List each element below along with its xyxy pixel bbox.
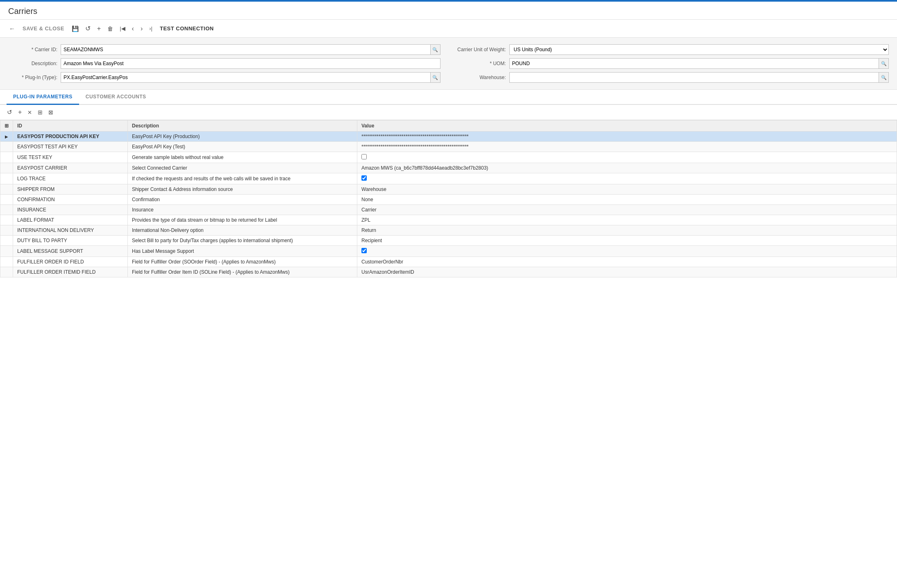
cell-value[interactable] <box>357 152 897 163</box>
table-row[interactable]: SHIPPER FROMShipper Contact & Address in… <box>0 184 897 195</box>
cell-id: DUTY BILL TO PARTY <box>13 236 128 246</box>
cell-id: LABEL MESSAGE SUPPORT <box>13 246 128 257</box>
table-row[interactable]: INSURANCEInsuranceCarrier <box>0 205 897 215</box>
tabs-bar: PLUG-IN PARAMETERS CUSTOMER ACCOUNTS <box>0 90 897 105</box>
tab-customer-accounts[interactable]: CUSTOMER ACCOUNTS <box>79 90 153 105</box>
cell-description: Field for Fulfiller Order (SOOrder Field… <box>128 257 357 267</box>
uom-input[interactable] <box>509 58 879 69</box>
table-row[interactable]: INTERNATIONAL NON DELIVERYInternational … <box>0 225 897 236</box>
page-title: Carriers <box>0 2 897 20</box>
plugin-type-search[interactable]: 🔍 <box>431 72 441 83</box>
first-button[interactable]: |◀ <box>117 24 127 33</box>
row-checkbox[interactable] <box>361 154 367 159</box>
table-row[interactable]: LABEL MESSAGE SUPPORTHas Label Message S… <box>0 246 897 257</box>
cell-id: USE TEST KEY <box>13 152 128 163</box>
undo-button[interactable]: ↺ <box>83 23 93 34</box>
cell-id: LOG TRACE <box>13 173 128 184</box>
carrier-id-label: * Carrier ID: <box>8 47 57 52</box>
col-header-id[interactable]: ID <box>13 120 128 132</box>
col-header-description[interactable]: Description <box>128 120 357 132</box>
table-row[interactable]: LABEL FORMATProvides the type of data st… <box>0 215 897 225</box>
cell-description: Field for Fulfiller Order Item ID (SOLin… <box>128 267 357 277</box>
cell-description: Insurance <box>128 205 357 215</box>
row-checkbox[interactable] <box>361 248 367 253</box>
cell-description: EasyPost API Key (Production) <box>128 132 357 142</box>
row-arrow: ▶ <box>0 132 13 142</box>
cell-description: If checked the requests and results of t… <box>128 173 357 184</box>
back-button[interactable]: ← <box>7 23 18 34</box>
cell-value: Amazon MWS (ca_b6c7bff878dd44aeadb28bc3e… <box>357 163 897 173</box>
table-row[interactable]: USE TEST KEYGenerate sample labels witho… <box>0 152 897 163</box>
warehouse-label: Warehouse: <box>457 75 506 80</box>
carrier-id-search[interactable]: 🔍 <box>431 44 441 55</box>
test-connection-button[interactable]: TEST CONNECTION <box>157 24 217 33</box>
delete-button[interactable]: 🗑 <box>105 24 116 34</box>
cell-value[interactable] <box>357 173 897 184</box>
warehouse-search[interactable]: 🔍 <box>879 72 889 83</box>
description-input[interactable] <box>61 58 441 69</box>
plugin-type-input[interactable] <box>61 72 431 83</box>
table-row[interactable]: DUTY BILL TO PARTYSelect Bill to party f… <box>0 236 897 246</box>
cell-value[interactable] <box>357 246 897 257</box>
save-icon-button[interactable]: 💾 <box>69 24 81 34</box>
cell-value: ZPL <box>357 215 897 225</box>
row-arrow <box>0 195 13 205</box>
data-grid-container: ⊞ ID Description Value ▶EASYPOST PRODUCT… <box>0 120 897 277</box>
table-row[interactable]: FULFILLER ORDER ID FIELDField for Fulfil… <box>0 257 897 267</box>
grid-fit-button[interactable]: ⊞ <box>36 108 45 117</box>
next-button[interactable]: › <box>138 23 145 34</box>
cell-description: International Non-Delivery option <box>128 225 357 236</box>
row-arrow <box>0 257 13 267</box>
carrier-id-input[interactable] <box>61 44 431 55</box>
form-section: * Carrier ID: 🔍 Description: * Plug-In (… <box>0 38 897 90</box>
grid-refresh-button[interactable]: ↺ <box>5 107 14 117</box>
warehouse-input[interactable] <box>509 72 879 83</box>
data-grid: ⊞ ID Description Value ▶EASYPOST PRODUCT… <box>0 120 897 277</box>
grid-delete-button[interactable]: ✕ <box>25 108 34 117</box>
row-checkbox[interactable] <box>361 175 367 181</box>
cell-value: CustomerOrderNbr <box>357 257 897 267</box>
table-row[interactable]: LOG TRACEIf checked the requests and res… <box>0 173 897 184</box>
cell-description: Confirmation <box>128 195 357 205</box>
tab-plugin-parameters[interactable]: PLUG-IN PARAMETERS <box>7 90 79 105</box>
uom-search[interactable]: 🔍 <box>879 58 889 69</box>
cell-description: Generate sample labels without real valu… <box>128 152 357 163</box>
plugin-type-label: * Plug-In (Type): <box>8 75 57 80</box>
last-button[interactable]: ›| <box>147 24 155 33</box>
description-row: Description: <box>8 58 441 69</box>
cell-id: EASYPOST TEST API KEY <box>13 142 128 152</box>
col-header-value[interactable]: Value <box>357 120 897 132</box>
carrier-unit-weight-select[interactable]: US Units (Pound) Metric Units (Kilogram) <box>509 44 889 55</box>
col-header-selector: ⊞ <box>0 120 13 132</box>
carrier-unit-weight-label: Carrier Unit of Weight: <box>457 47 506 52</box>
cell-description: Select Connected Carrier <box>128 163 357 173</box>
grid-add-button[interactable]: + <box>16 107 24 117</box>
table-row[interactable]: EASYPOST CARRIERSelect Connected Carrier… <box>0 163 897 173</box>
cell-value: ****************************************… <box>357 132 897 142</box>
table-row[interactable]: FULFILLER ORDER ITEMID FIELDField for Fu… <box>0 267 897 277</box>
cell-value: Return <box>357 225 897 236</box>
cell-description: Provides the type of data stream or bitm… <box>128 215 357 225</box>
table-row[interactable]: CONFIRMATIONConfirmationNone <box>0 195 897 205</box>
table-row[interactable]: EASYPOST TEST API KEYEasyPost API Key (T… <box>0 142 897 152</box>
row-arrow <box>0 184 13 195</box>
carrier-id-row: * Carrier ID: 🔍 <box>8 44 441 55</box>
carrier-unit-weight-row: Carrier Unit of Weight: US Units (Pound)… <box>457 44 889 55</box>
row-arrow <box>0 163 13 173</box>
row-arrow <box>0 152 13 163</box>
table-row[interactable]: ▶EASYPOST PRODUCTION API KEYEasyPost API… <box>0 132 897 142</box>
cell-id: INSURANCE <box>13 205 128 215</box>
cell-value: Warehouse <box>357 184 897 195</box>
plugin-type-row: * Plug-In (Type): 🔍 <box>8 72 441 83</box>
grid-export-button[interactable]: ⊠ <box>46 108 55 117</box>
add-button[interactable]: + <box>95 23 103 34</box>
warehouse-row: Warehouse: 🔍 <box>457 72 889 83</box>
cell-value: UsrAmazonOrderItemID <box>357 267 897 277</box>
save-close-button[interactable]: SAVE & CLOSE <box>19 24 68 33</box>
grid-toolbar: ↺ + ✕ ⊞ ⊠ <box>0 105 897 120</box>
row-arrow <box>0 267 13 277</box>
cell-value: ****************************************… <box>357 142 897 152</box>
prev-button[interactable]: ‹ <box>129 23 136 34</box>
cell-id: EASYPOST CARRIER <box>13 163 128 173</box>
uom-row: * UOM: 🔍 <box>457 58 889 69</box>
